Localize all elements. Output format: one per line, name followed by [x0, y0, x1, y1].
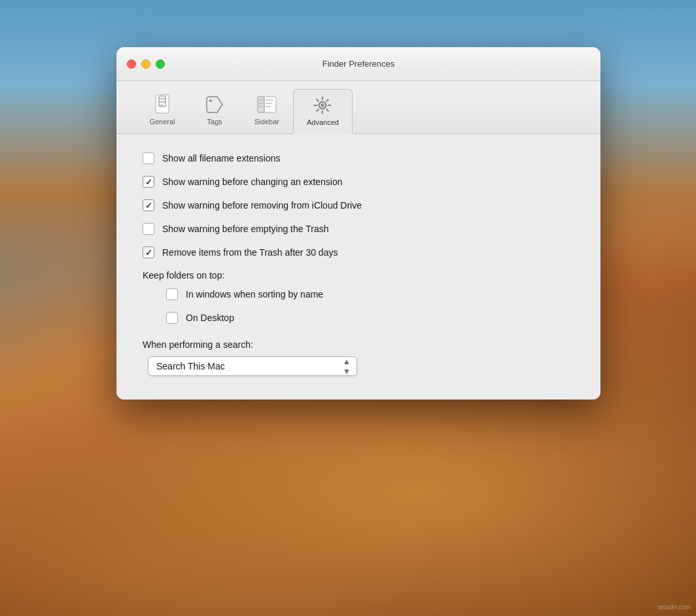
folders-windows-label: In windows when sorting by name [186, 289, 323, 299]
svg-line-24 [317, 109, 319, 111]
folders-windows-row: In windows when sorting by name [166, 288, 574, 300]
warn-extension-row: Show warning before changing an extensio… [143, 176, 574, 188]
svg-rect-11 [266, 106, 271, 107]
svg-rect-13 [259, 103, 263, 104]
warn-extension-label: Show warning before changing an extensio… [162, 177, 343, 187]
warn-trash-label: Show warning before emptying the Trash [162, 224, 328, 234]
close-button[interactable]: × [127, 60, 136, 69]
svg-rect-1 [158, 98, 166, 99]
remove-trash-row: Remove items from the Trash after 30 day… [143, 247, 574, 258]
svg-rect-14 [259, 106, 263, 107]
warn-icloud-label: Show warning before removing from iCloud… [162, 200, 362, 211]
tabs-bar: General Tags [116, 81, 600, 134]
tab-general[interactable]: General [136, 89, 188, 133]
remove-trash-checkbox[interactable] [143, 247, 154, 258]
svg-rect-12 [259, 99, 263, 101]
general-tab-label: General [149, 118, 175, 126]
tags-tab-label: Tags [207, 118, 222, 126]
show-extensions-checkbox[interactable] [143, 152, 154, 164]
show-extensions-label: Show all filename extensions [162, 153, 281, 163]
svg-point-16 [321, 103, 324, 107]
warn-icloud-checkbox[interactable] [143, 199, 154, 211]
tab-advanced[interactable]: Advanced [293, 89, 353, 134]
svg-rect-9 [266, 99, 273, 101]
tab-tags[interactable]: Tags [188, 89, 241, 133]
svg-line-21 [317, 99, 319, 101]
svg-rect-0 [156, 95, 169, 113]
folders-desktop-label: On Desktop [186, 313, 234, 323]
svg-rect-10 [266, 103, 272, 104]
folders-windows-checkbox[interactable] [166, 288, 178, 300]
advanced-icon [312, 95, 333, 116]
svg-rect-2 [158, 101, 166, 103]
folders-desktop-checkbox[interactable] [166, 312, 178, 324]
search-label: When performing a search: [143, 339, 574, 350]
titlebar: × – + Finder Preferences [116, 47, 600, 81]
watermark: wsxdn.com [658, 604, 691, 611]
window-title: Finder Preferences [322, 59, 395, 69]
general-icon [152, 94, 173, 115]
search-select[interactable]: Search This Mac Search the Current Folde… [148, 356, 357, 376]
traffic-lights: × – + [127, 60, 165, 69]
finder-preferences-window: × – + Finder Preferences General [116, 47, 600, 400]
advanced-tab-label: Advanced [307, 118, 339, 126]
warn-extension-checkbox[interactable] [143, 176, 154, 188]
tab-sidebar[interactable]: Sidebar [241, 89, 293, 133]
zoom-button[interactable]: + [156, 60, 165, 69]
folders-desktop-row: On Desktop [166, 312, 574, 324]
tags-icon [204, 94, 225, 115]
svg-line-22 [327, 109, 328, 111]
search-select-wrapper: Search This Mac Search the Current Folde… [148, 356, 357, 376]
show-extensions-row: Show all filename extensions [143, 152, 574, 164]
warn-trash-checkbox[interactable] [143, 223, 154, 235]
keep-folders-label: Keep folders on top: [143, 270, 574, 281]
remove-trash-label: Remove items from the Trash after 30 day… [162, 247, 338, 258]
sidebar-icon [256, 94, 277, 115]
advanced-content: Show all filename extensions Show warnin… [116, 134, 600, 400]
svg-point-5 [209, 99, 212, 102]
sidebar-tab-label: Sidebar [254, 118, 279, 126]
svg-line-23 [327, 99, 328, 101]
warn-icloud-row: Show warning before removing from iCloud… [143, 199, 574, 211]
minimize-button[interactable]: – [141, 60, 150, 69]
search-section: When performing a search: Search This Ma… [143, 339, 574, 376]
warn-trash-row: Show warning before emptying the Trash [143, 223, 574, 235]
svg-rect-7 [258, 97, 264, 112]
